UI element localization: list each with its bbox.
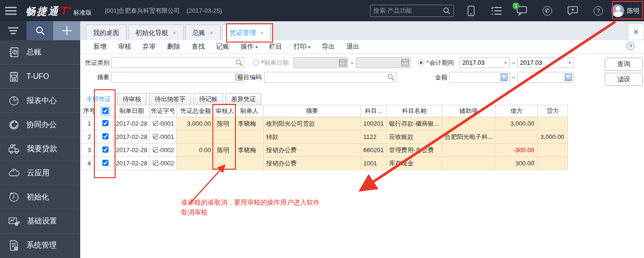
col-creator: 制单人 [235, 105, 264, 117]
reference-picker-icon[interactable] [387, 73, 395, 81]
tab-my-desktop[interactable]: 我的桌面 [86, 25, 126, 40]
subtab-pending-cashier-sign[interactable]: 待出纳签字 [149, 93, 191, 105]
calendar-icon[interactable] [339, 59, 347, 67]
table-header-row: 序号 制单日期 凭证字号 凭证总金额 审核人 制单人 摘要 科目... 科目名称… [82, 105, 568, 117]
voucher-row[interactable]: 4 2017-02-28 记-0002 报销办公费 1001 库存现金 300.… [82, 157, 568, 170]
task-list-icon[interactable] [491, 5, 502, 17]
sidebar-item-loan[interactable]: 我要贷款 [0, 137, 80, 161]
col-subject-name: 科目名称 [386, 105, 442, 117]
tab-close-icon[interactable]: × [173, 26, 176, 40]
sidebar-item-initialization[interactable]: 初始化 [0, 185, 80, 209]
filter-settings-button[interactable]: 滤设 [605, 73, 643, 86]
mobile-app-icon[interactable] [465, 5, 477, 17]
voucher-row[interactable]: 1 2017-02-28 记-0001 3,000.00 陈明 李晓梅 收到阳光… [82, 117, 568, 130]
message-count-badge: 1 [512, 2, 519, 9]
voucher-row[interactable]: 2 2017-02-28 记-0001 转款 1122 应收账款 合肥阳光电子科… [82, 130, 568, 144]
cell-debit: 3,000.00 [495, 117, 538, 130]
tab-init-nav[interactable]: 初始化导航× [128, 25, 184, 40]
cloud-icon [8, 168, 20, 179]
sidebar-item-general-ledger[interactable]: 总账 [0, 40, 80, 64]
toolbar-columns-button[interactable]: 栏目 [263, 43, 288, 51]
query-button[interactable]: 查询 [605, 58, 643, 71]
tab-voucher-management[interactable]: 凭证管理× [222, 25, 271, 40]
toolbar-audit-button[interactable]: 审核 [112, 43, 137, 51]
cell-auditor [215, 157, 235, 170]
toolbar-exit-button[interactable]: 退出 [341, 43, 365, 51]
message-icon[interactable]: 1 [516, 5, 527, 17]
product-search-box[interactable] [370, 5, 454, 17]
select-all-checkbox[interactable] [102, 108, 109, 114]
amount-from-field [449, 72, 510, 83]
doc-date-radio[interactable] [253, 60, 259, 66]
sidebar-item-system-management[interactable]: 系统管理 [0, 233, 80, 257]
row-checkbox[interactable] [102, 120, 109, 126]
user-menu[interactable]: 陈明 [611, 4, 639, 17]
main-content: 我的桌面 初始化导航× 总账× 凭证管理× × 新增 审核 弃审 删除 查找 记… [80, 21, 644, 258]
summary-input[interactable] [112, 72, 244, 82]
row-checkbox[interactable] [102, 160, 109, 166]
ledger-icon [8, 47, 19, 58]
toolbar-delete-button[interactable]: 删除 [161, 43, 186, 51]
sidebar-item-t-ufo[interactable]: T-UFO [0, 64, 80, 88]
cell-seq: 2 [82, 130, 97, 144]
sidebar-item-label: 协同办公 [26, 120, 57, 130]
cell-seq: 3 [82, 144, 97, 157]
voucher-row[interactable]: 3 2017-02-28 记-0002 0.00 陈明 李晓梅 报销办公费 66… [82, 144, 568, 157]
subtab-pending-audit[interactable]: 待审核 [117, 93, 147, 105]
hamburger-menu-icon[interactable] [0, 0, 22, 21]
col-credit: 贷方 [538, 105, 568, 117]
sidebar-item-collaboration[interactable]: 协同办公 [0, 112, 80, 137]
voucher-type-field [111, 57, 244, 68]
navbar-icons: 1 ✆ ? [465, 5, 604, 17]
toolbar-export-button[interactable]: 导出 [316, 43, 341, 51]
subtab-all-vouchers[interactable]: 全部凭证 [83, 93, 115, 105]
subject-code-input[interactable] [265, 72, 396, 82]
calculator-icon[interactable] [500, 73, 508, 81]
period-to-select[interactable]: 2017.03▾ [517, 57, 574, 68]
page-help-icon[interactable]: ? [627, 42, 635, 50]
toolbar-post-button[interactable]: 记账 [210, 43, 235, 51]
toolbar-add-button[interactable]: 新增 [88, 43, 112, 51]
help-icon[interactable]: ? [593, 5, 604, 17]
customer-service-phone-icon[interactable]: ✆ [542, 5, 553, 17]
cell-select [97, 117, 114, 130]
calendar-icon[interactable] [401, 59, 409, 67]
period-radio[interactable] [418, 60, 424, 66]
col-aux: 辅助项 [442, 105, 495, 117]
close-pane-icon[interactable]: × [628, 24, 644, 40]
row-checkbox[interactable] [102, 146, 109, 153]
toolbar-operate-menu[interactable]: 操作▾ [235, 43, 263, 51]
cell-credit [538, 117, 568, 130]
menu-search-icon[interactable] [26, 21, 53, 40]
toolbar-find-button[interactable]: 查找 [186, 43, 210, 51]
tab-general-ledger[interactable]: 总账× [185, 25, 221, 40]
voucher-type-input[interactable] [112, 58, 244, 68]
subtab-diff-vouchers[interactable]: 差异凭证 [226, 93, 261, 105]
range-dash: – [512, 72, 515, 83]
tab-bar: 我的桌面 初始化导航× 总账× 凭证管理× × [80, 21, 644, 40]
toolbar-print-menu[interactable]: 打印▾ [288, 43, 316, 51]
feedback-chat-icon[interactable] [567, 5, 578, 17]
doc-date-to-field [356, 57, 410, 68]
reference-picker-icon[interactable] [235, 59, 243, 67]
period-from-select[interactable]: 2017.03▾ [460, 57, 510, 68]
menu-filter-icon[interactable] [0, 21, 26, 40]
settings-chart-icon [8, 216, 20, 227]
range-dash: – [512, 57, 515, 68]
calculator-icon[interactable] [564, 73, 572, 81]
row-checkbox[interactable] [102, 133, 109, 139]
cell-voucher-no: 记-0001 [150, 130, 177, 144]
cell-select [97, 130, 114, 144]
sidebar-item-basic-settings[interactable]: 基础设置 [0, 209, 80, 233]
search-input[interactable] [373, 7, 443, 14]
toolbar-unaudit-button[interactable]: 弃审 [137, 43, 161, 51]
subtab-pending-post[interactable]: 待记账 [193, 93, 223, 105]
tab-close-icon[interactable]: × [210, 26, 214, 40]
sidebar-item-cloud-apps[interactable]: 云应用 [0, 161, 80, 185]
sidebar-item-report-center[interactable]: 报表中心 [0, 88, 80, 112]
account-set-info: [001]合肥泰兴科贸有限公司(2017-03-25) [105, 7, 228, 15]
menu-add-icon[interactable] [53, 21, 80, 40]
voucher-status-tabs: 全部凭证 待审核 待出纳签字 待记账 差异凭证 [83, 93, 261, 105]
cell-subject: 660201 [361, 144, 386, 157]
tab-close-icon[interactable]: × [260, 26, 264, 40]
